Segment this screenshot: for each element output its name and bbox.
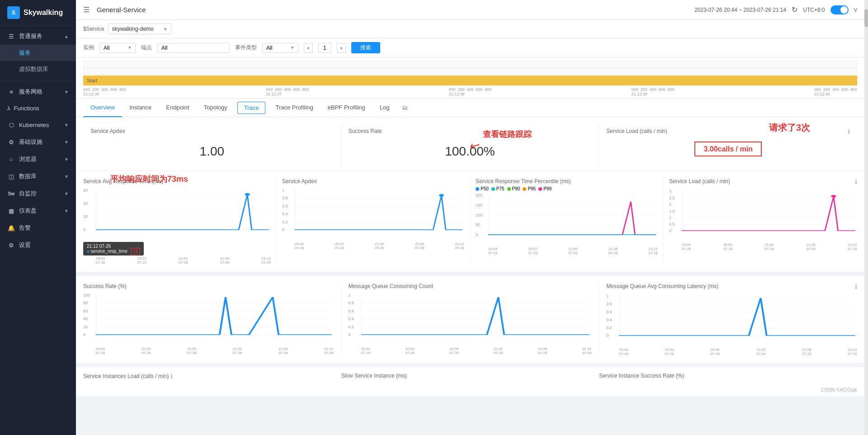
tab-instance[interactable]: Instance: [122, 99, 159, 117]
y-label: 0: [606, 333, 612, 338]
sidebar-group-service-mesh[interactable]: ≡ 服务网格 ▼: [0, 83, 76, 100]
right-scrollbar[interactable]: [864, 0, 868, 435]
success-rate-title: Success Rate: [349, 128, 592, 134]
chevron-down-icon-k8s: ▼: [64, 123, 69, 128]
main-scroll-area: Overview Instance Endpoint Topology Trac…: [76, 99, 864, 435]
y-label: 50: [476, 222, 482, 227]
tab-topology[interactable]: Topology: [197, 99, 235, 117]
tab-trace-profiling[interactable]: Trace Profiling: [268, 99, 320, 117]
service-instance-success-label: Service Instance Success Rate (%): [599, 373, 857, 380]
event-select[interactable]: All: [262, 43, 298, 53]
service-load-value: 3.00calls / min: [694, 142, 762, 156]
x-labels-mq: 20:4407-26 20:5007-26 20:5607-26 21:0207…: [361, 347, 592, 355]
service-load-chart-info[interactable]: ℹ: [855, 178, 857, 185]
page-number[interactable]: 1: [318, 43, 331, 53]
scrollbar-thumb[interactable]: [864, 9, 868, 27]
tick-time-2: 21:12:37: [266, 92, 282, 96]
sidebar-group-browser[interactable]: ○ 浏览器 ▼: [0, 151, 76, 168]
sidebar-group-settings-label: 设置: [19, 241, 31, 249]
timezone-label: UTC+8:0: [803, 7, 825, 13]
browser-icon: ○: [7, 155, 15, 163]
sidebar-group-database[interactable]: ◫ 数据库 ▼: [0, 168, 76, 185]
page-prev-button[interactable]: ‹: [304, 43, 313, 53]
slow-service-instance-label: Slow Service Instance (ms): [341, 373, 599, 380]
tab-trace[interactable]: Trace: [237, 102, 266, 114]
tab-ebpf-profiling[interactable]: eBPF Profiling: [321, 99, 373, 117]
search-button[interactable]: 搜索: [351, 42, 380, 53]
x-labels-percentile: 20:4407-26 20:5207-26 21:0007-26 21:0807…: [488, 247, 658, 255]
timeline-axis: 000 200 400 600 800 21:12:36 000 200 400…: [83, 85, 857, 98]
tab-endpoint[interactable]: Endpoint: [159, 99, 196, 117]
legend-p90: P90: [507, 186, 520, 191]
y-label: 2: [669, 202, 675, 207]
sidebar-group-service-mesh-label: 服务网格: [19, 88, 42, 96]
y-label: 1.5: [669, 209, 675, 213]
x-label: 21:1407-26: [324, 347, 333, 355]
service-apdex-chart-title: Service Apdex: [282, 178, 464, 184]
x-label: 21:0807-26: [609, 247, 618, 255]
page-next-button[interactable]: ›: [337, 43, 346, 53]
sidebar-group-dashboard[interactable]: ▦ 仪表盘 ▼: [0, 202, 76, 219]
legend-p99-dot: [538, 187, 542, 191]
tab-extra-icon[interactable]: 🗂: [397, 101, 413, 114]
service-load-info-icon[interactable]: ℹ: [848, 128, 850, 135]
y-label: 0: [282, 227, 288, 232]
sidebar-group-selfmon[interactable]: Sw 自监控 ▼: [0, 185, 76, 202]
tick-time: 21:12:36: [83, 92, 99, 96]
svg-point-6: [245, 193, 250, 196]
service-select-wrapper: skywalking-demo ▼: [108, 24, 171, 34]
x-label: 21:0807-26: [278, 347, 288, 355]
x-label: 21:1407-26: [582, 347, 591, 355]
timeline-chart-area: [83, 61, 857, 75]
sidebar-group-selfmon-label: 自监控: [19, 189, 37, 198]
sidebar-group-browser-label: 浏览器: [19, 155, 37, 163]
tab-log[interactable]: Log: [373, 99, 397, 117]
top-header-right: 2023-07-26 20:44 ~ 2023-07-26 21:14 ↻ UT…: [694, 5, 857, 14]
legend-p50-dot: [476, 187, 479, 191]
refresh-icon[interactable]: ↻: [792, 5, 797, 14]
service-instances-info[interactable]: ℹ: [170, 373, 173, 380]
footer: CSDN ©ACGIak: [76, 383, 864, 396]
sidebar-item-service[interactable]: 服务: [0, 45, 76, 61]
sidebar-group-settings[interactable]: ⚙ 设置: [0, 236, 76, 254]
sidebar-functions-label: Functions: [14, 105, 39, 112]
sidebar-item-virtual-db[interactable]: 虚拟数据库: [0, 61, 76, 77]
percentile-chart-wrapper: 200 150 100 50 0: [476, 193, 658, 246]
sidebar-group-infra[interactable]: ⚙ 基础设施 ▼: [0, 133, 76, 151]
x-label: 20:4407-26: [96, 256, 105, 265]
sidebar-group-kubernetes[interactable]: ⬡ Kubernetes ▼: [0, 116, 76, 133]
service-load-title-row: Service Load (calls / min) ℹ: [606, 128, 850, 135]
service-select[interactable]: skywalking-demo: [108, 24, 171, 34]
sidebar-item-functions[interactable]: λ Functions: [0, 100, 76, 116]
y-label: 0: [476, 232, 482, 237]
metrics-summary-row: Service Apdex 1.00 Success Rate 100.00% …: [76, 117, 864, 171]
sidebar-group-alert[interactable]: 🔔 告警: [0, 219, 76, 236]
instance-select-wrapper: All ▼: [99, 43, 136, 53]
x-label: 20:5207-26: [723, 243, 732, 251]
tick-time-5: 21:12:40: [814, 92, 830, 96]
mq-count-title: Message Queue Consuming Count: [349, 283, 592, 289]
y-label: 0.8: [349, 301, 354, 305]
mq-latency-info[interactable]: ℹ: [855, 283, 857, 290]
slow-service-instance-text: Slow Service Instance (ms): [341, 373, 407, 379]
apdex-svg: [295, 190, 462, 231]
hamburger-icon[interactable]: ☰: [83, 5, 90, 14]
success-rate-chart: Success Rate (%) 100 80: [83, 283, 341, 356]
main-content: ☰ General-Service 2023-07-26 20:44 ~ 202…: [76, 0, 864, 435]
y-label: 60: [83, 309, 90, 313]
sidebar-group-database-label: 数据库: [19, 172, 37, 180]
service-load-chart-wrapper: 3 2.5 2 1.5 1 0.5 0: [669, 189, 857, 242]
service-load-chart-title-row: Service Load (calls / min) ℹ: [669, 178, 857, 185]
link-trace-annotation: 查看链路跟踪: [483, 129, 532, 140]
service-bar: $Service skywalking-demo ▼: [76, 20, 864, 38]
endpoint-input[interactable]: [157, 43, 230, 53]
tick-group-4: 000 200 400 600 800 21:12:39: [632, 87, 675, 96]
y-labels-mq: 1 0.8 0.6 0.4 0.2 0: [349, 293, 354, 337]
chart-tooltip-avg: 21:12 07-26 ● service_resp_time 73: [83, 242, 144, 255]
sidebar-group-general[interactable]: ☰ 普通服务 ▲: [0, 28, 76, 45]
instance-select[interactable]: All: [99, 43, 136, 53]
y-label: 1: [606, 294, 612, 298]
toggle-button[interactable]: [830, 5, 849, 14]
sidebar-group-alert-label: 告警: [19, 224, 31, 232]
tab-overview[interactable]: Overview: [83, 99, 122, 117]
